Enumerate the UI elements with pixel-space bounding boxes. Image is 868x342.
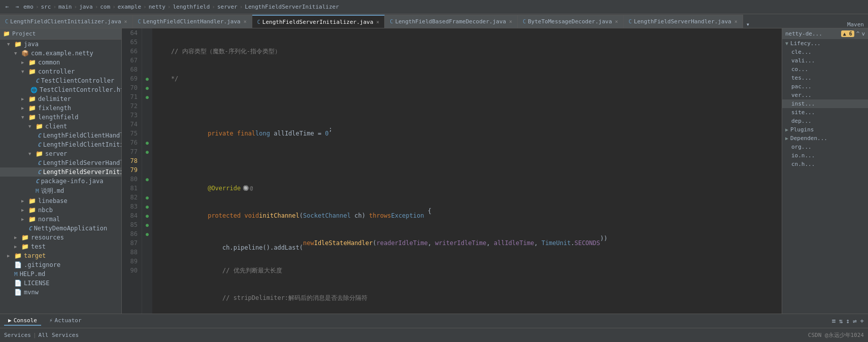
sidebar-item-lengthfieldserverinitializer[interactable]: C LengthFieldServerInitializer xyxy=(0,167,121,177)
right-panel-item-dependencies[interactable]: ▶ Dependen... xyxy=(782,134,868,143)
sidebar-item-lengthfieldserverhandler[interactable]: C LengthFieldServerHandler xyxy=(0,158,121,167)
folder-icon: 📁 xyxy=(21,234,29,241)
breadcrumb-example[interactable]: example xyxy=(118,4,141,10)
code-line-72: // 优先判断最大长度 xyxy=(156,266,778,275)
tab-actuator[interactable]: ⚡ Actuator xyxy=(45,316,86,326)
sidebar-item-shuoming[interactable]: M 说明.md xyxy=(0,186,121,196)
tab-close-btn[interactable]: × xyxy=(509,19,512,24)
breadcrumb-server[interactable]: server xyxy=(217,4,238,10)
code-lines[interactable]: // 内容类型（魔数-序列化-指令类型） */ private final lo… xyxy=(152,28,782,314)
java-file-icon: C xyxy=(38,160,41,166)
right-panel-item-inst[interactable]: inst... xyxy=(782,99,868,108)
tab-close-btn[interactable]: × xyxy=(244,19,247,24)
services-label[interactable]: Services xyxy=(4,332,31,338)
tab-lengthfieldserverinitializer[interactable]: C LengthFieldServerInitializer.java × xyxy=(252,15,385,28)
sidebar-item-gitignore[interactable]: 📄 .gitignore xyxy=(0,260,121,269)
right-panel-item-vali[interactable]: vali... xyxy=(782,56,868,65)
right-panel-item-io[interactable]: io.n... xyxy=(782,151,868,160)
sidebar-item-resources[interactable]: ▶ 📁 resources xyxy=(0,233,121,242)
expand-arrow-icon: ▶ xyxy=(21,106,26,111)
breadcrumb: emo › src › main › java › com › example … xyxy=(23,4,865,10)
swap-icon[interactable]: ⇌ xyxy=(853,317,857,325)
sidebar-item-nettydemoapp[interactable]: C NettyDemoApplication xyxy=(0,224,121,233)
sidebar-item-server[interactable]: ▼ 📁 server xyxy=(0,149,121,158)
sidebar-item-lengthfieldclienthandler[interactable]: C LengthFieldClientHandler xyxy=(0,131,121,140)
sidebar-item-testclientcontroller-http[interactable]: 🌐 TestClientController.http xyxy=(0,85,121,94)
breadcrumb-emo[interactable]: emo xyxy=(23,4,34,10)
actuator-icon: ⚡ xyxy=(49,317,53,324)
folder-icon: 📁 xyxy=(28,68,36,75)
nav-back-btn[interactable]: ← xyxy=(3,3,11,11)
tab-close-btn[interactable]: × xyxy=(124,19,127,24)
tab-overflow-btn[interactable]: ▾ xyxy=(743,21,753,28)
right-panel-maven: netty-de... ▲ 6 ^ v ▼ Lifecy... cle... v… xyxy=(782,28,868,314)
sidebar-item-java[interactable]: ▼ 📁 java xyxy=(0,40,121,49)
expand-arrow-icon: ▼ xyxy=(28,151,34,156)
folder-icon: 📁 xyxy=(36,123,43,130)
sidebar-item-lengthfieldclientinitializer[interactable]: C LengthFieldClientInitializer xyxy=(0,140,121,149)
sidebar-item-com-example-netty[interactable]: ▼ 📦 com.example.netty xyxy=(0,49,121,58)
breadcrumb-file[interactable]: LengthFieldServerInitializer xyxy=(245,4,339,10)
all-services-label[interactable]: All Services xyxy=(39,332,79,338)
right-panel-item-dep[interactable]: dep... xyxy=(782,117,868,125)
right-panel-item-co[interactable]: co... xyxy=(782,65,868,74)
bottom-toolbar: ▶ Console ⚡ Actuator ≡ ⇅ ↕ ⇌ + xyxy=(0,314,868,328)
right-panel-item-ver[interactable]: ver... xyxy=(782,91,868,99)
sidebar-item-common[interactable]: ▶ 📁 common xyxy=(0,58,121,67)
right-panel-item-lifecycle[interactable]: ▼ Lifecy... xyxy=(782,39,868,48)
breadcrumb-main[interactable]: main xyxy=(58,4,72,10)
breadcrumb-netty[interactable]: netty xyxy=(149,4,165,10)
tab-console[interactable]: ▶ Console xyxy=(4,316,41,326)
maven-label[interactable]: Maven xyxy=(847,21,864,28)
breadcrumb-com[interactable]: com xyxy=(100,4,110,10)
breadcrumb-lengthfield[interactable]: lengthfield xyxy=(173,4,210,10)
tab-lengthfieldclienthandler[interactable]: C LengthFieldClientHandler.java × xyxy=(133,15,252,28)
folder-icon: 📁 xyxy=(14,41,22,48)
right-panel-item-cle[interactable]: cle... xyxy=(782,48,868,56)
tab-bytetomessagedecoder[interactable]: C ByteToMessageDecoder.java × xyxy=(518,15,624,28)
sort-icon[interactable]: ⇅ xyxy=(839,317,843,325)
sidebar-item-help-md[interactable]: M HELP.md xyxy=(0,269,121,279)
code-line-68 xyxy=(156,156,778,165)
sidebar-item-mvnw[interactable]: 📄 mvnw xyxy=(0,288,121,297)
nav-forward-btn[interactable]: → xyxy=(13,3,21,11)
right-panel-item-org[interactable]: org... xyxy=(782,143,868,151)
tab-lengthfieldserverhandler[interactable]: C LengthFieldServerHandler.java × xyxy=(624,15,743,28)
sidebar-item-normal[interactable]: ▶ 📁 normal xyxy=(0,215,121,224)
tab-lengthfieldbasedframedecoder[interactable]: C LengthFieldBasedFrameDecoder.java × xyxy=(385,15,518,28)
breadcrumb-src[interactable]: src xyxy=(41,4,51,10)
list-icon[interactable]: ≡ xyxy=(832,317,836,325)
sidebar-item-target[interactable]: ▶ 📁 target xyxy=(0,251,121,260)
java-icon: C xyxy=(629,19,632,24)
add-icon[interactable]: + xyxy=(860,317,864,325)
sidebar-item-package-info[interactable]: C package-info.java xyxy=(0,177,121,186)
right-panel-item-pac[interactable]: pac... xyxy=(782,82,868,91)
collapse-btn[interactable]: ^ xyxy=(856,30,860,37)
code-line-70: protected void initChannel(SocketChannel… xyxy=(156,211,778,220)
right-panel-item-tes[interactable]: tes... xyxy=(782,74,868,82)
breadcrumb-java[interactable]: java xyxy=(79,4,93,10)
sidebar-item-client[interactable]: ▼ 📁 client xyxy=(0,122,121,131)
code-line-67: private final long allIdleTime = 0; xyxy=(156,129,778,138)
sidebar-item-test[interactable]: ▶ 📁 test xyxy=(0,242,121,251)
sidebar-item-fixlength[interactable]: ▶ 📁 fixlength xyxy=(0,104,121,113)
tab-close-btn[interactable]: × xyxy=(735,19,738,24)
tab-close-btn[interactable]: × xyxy=(615,19,618,24)
tab-close-btn[interactable]: × xyxy=(376,19,379,25)
sidebar-item-lengthfield[interactable]: ▼ 📁 lengthfield xyxy=(0,113,121,122)
sidebar-item-license[interactable]: 📄 LICENSE xyxy=(0,279,121,288)
tab-lengthfieldclientinitializer[interactable]: C LengthFieldClientInitializer.java × xyxy=(0,15,133,28)
sidebar-item-linebase[interactable]: ▶ 📁 linebase xyxy=(0,196,121,206)
expand-btn[interactable]: v xyxy=(861,30,865,37)
right-panel-item-cn[interactable]: cn.h... xyxy=(782,160,868,168)
right-panel-title: netty-de... xyxy=(785,30,822,37)
folder-icon: 📁 xyxy=(28,59,36,66)
right-panel-item-plugins[interactable]: ▶ Plugins xyxy=(782,125,868,134)
sidebar-item-delimiter[interactable]: ▶ 📁 delimiter xyxy=(0,94,121,104)
expand-icon[interactable]: ↕ xyxy=(846,317,850,325)
sidebar-item-controller[interactable]: ▼ 📁 controller xyxy=(0,67,121,76)
right-panel-item-site[interactable]: site... xyxy=(782,108,868,117)
sidebar-item-nbcb[interactable]: ▶ 📁 nbcb xyxy=(0,206,121,215)
sidebar-item-testclientcontroller[interactable]: C TestClientController xyxy=(0,76,121,85)
java-icon: C xyxy=(257,19,260,25)
